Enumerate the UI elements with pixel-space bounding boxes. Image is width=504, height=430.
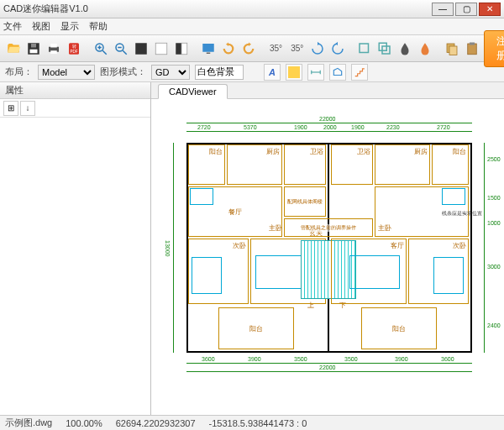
svg-rect-26 bbox=[449, 46, 457, 55]
zoom-in-button[interactable] bbox=[92, 39, 109, 59]
categorize-button[interactable]: ⊞ bbox=[3, 101, 18, 116]
svg-rect-19 bbox=[181, 43, 187, 55]
dim-r4: 3000 bbox=[487, 264, 501, 270]
text-icon: A bbox=[269, 67, 276, 77]
angle-1[interactable]: 35° bbox=[267, 39, 285, 59]
layer-2-button[interactable] bbox=[376, 39, 393, 59]
dim-t5: 1900 bbox=[351, 124, 365, 130]
drop-color-icon bbox=[417, 41, 433, 56]
room-balcony-br: 阳台 bbox=[392, 324, 406, 333]
clipboard-icon bbox=[465, 41, 480, 56]
bg-input[interactable] bbox=[195, 65, 244, 80]
undo-icon bbox=[221, 41, 236, 56]
menu-help[interactable]: 帮助 bbox=[89, 20, 108, 33]
svg-rect-17 bbox=[155, 43, 167, 55]
drop-icon bbox=[397, 41, 412, 56]
floppy-icon bbox=[26, 41, 41, 56]
main-toolbar: 转PDF 35° 35° 注册 bbox=[0, 35, 504, 62]
sort-button[interactable]: ↓ bbox=[20, 101, 35, 116]
redo-button[interactable] bbox=[240, 39, 257, 59]
rotate-cw-icon bbox=[310, 41, 325, 56]
menu-view[interactable]: 视图 bbox=[32, 20, 50, 33]
svg-rect-5 bbox=[50, 50, 57, 54]
export-pdf-button[interactable]: 转PDF bbox=[66, 37, 82, 60]
text-button[interactable]: A bbox=[264, 64, 281, 81]
note2: 管配线具之前的调养操作 bbox=[301, 224, 356, 232]
layers-icon bbox=[377, 41, 392, 56]
maximize-button[interactable]: ▢ bbox=[455, 3, 477, 16]
save-button[interactable] bbox=[25, 37, 42, 60]
floor-plan: 22000 2720 5370 1900 2000 1900 2230 2720… bbox=[168, 123, 494, 405]
status-coord-y: -15318.5.938441473 : 0 bbox=[209, 418, 307, 428]
mode-select[interactable]: GD bbox=[151, 65, 190, 80]
zoom-out-button[interactable] bbox=[113, 39, 129, 59]
monitor-icon bbox=[201, 41, 216, 56]
room-kitchen-r: 厨房 bbox=[414, 147, 428, 156]
layer-1-button[interactable] bbox=[356, 39, 373, 59]
room-master-r: 主卧 bbox=[378, 223, 391, 233]
stair-button[interactable] bbox=[351, 64, 368, 81]
dim-r1: 2500 bbox=[487, 156, 501, 162]
fit-button[interactable] bbox=[200, 39, 217, 59]
svg-rect-22 bbox=[360, 44, 369, 53]
area-button[interactable] bbox=[329, 64, 346, 81]
paste-button[interactable] bbox=[464, 39, 480, 59]
svg-rect-2 bbox=[31, 44, 36, 48]
light-bg-icon bbox=[154, 41, 169, 56]
menu-display[interactable]: 显示 bbox=[60, 20, 79, 33]
bg-light-button[interactable] bbox=[153, 39, 170, 59]
rotate-cw-button[interactable] bbox=[309, 39, 326, 59]
drop-2-button[interactable] bbox=[417, 39, 433, 59]
dim-b4: 3500 bbox=[344, 356, 358, 362]
dim-t2: 5370 bbox=[244, 124, 257, 130]
dim-t7: 2720 bbox=[437, 124, 450, 130]
dim-t6: 2230 bbox=[386, 124, 400, 130]
dim-b2: 3900 bbox=[248, 356, 261, 362]
room-bath-r: 卫浴 bbox=[357, 147, 370, 156]
open-button[interactable] bbox=[5, 37, 22, 60]
minimize-button[interactable]: — bbox=[432, 3, 454, 16]
redo-icon bbox=[241, 41, 256, 56]
status-coord-x: 62694.2202932307 bbox=[116, 418, 196, 428]
svg-text:转: 转 bbox=[72, 43, 76, 48]
menu-file[interactable]: 文件 bbox=[3, 20, 22, 33]
layout-select[interactable]: Model bbox=[38, 65, 95, 80]
room-bed-br: 次卧 bbox=[453, 241, 466, 250]
status-bar: 示例图.dwg 100.00% 62694.2202932307 -15318.… bbox=[0, 415, 504, 430]
dim-t4: 2000 bbox=[323, 124, 337, 130]
rotate-ccw-button[interactable] bbox=[329, 39, 346, 59]
room-balcony-tr: 阳台 bbox=[453, 147, 466, 156]
folder-open-icon bbox=[6, 41, 21, 56]
copy-button[interactable] bbox=[444, 39, 460, 59]
properties-tools: ⊞ ↓ bbox=[0, 99, 150, 118]
options-bar: 布局： Model 图形模式： GD A bbox=[0, 62, 504, 82]
drawing-canvas[interactable]: 22000 2720 5370 1900 2000 1900 2230 2720… bbox=[151, 99, 504, 415]
label-up: 上 bbox=[307, 301, 314, 310]
drop-1-button[interactable] bbox=[396, 39, 413, 59]
properties-panel: 属性 ⊞ ↓ bbox=[0, 82, 151, 415]
dark-bg-icon bbox=[134, 41, 149, 56]
room-balcony-bl: 阳台 bbox=[249, 324, 263, 333]
rotate-ccw-icon bbox=[330, 41, 345, 56]
dim-r2: 1500 bbox=[487, 195, 501, 201]
undo-button[interactable] bbox=[220, 39, 237, 59]
dim-r3: 1000 bbox=[487, 220, 501, 226]
svg-rect-20 bbox=[202, 44, 214, 52]
angle-2[interactable]: 35° bbox=[288, 39, 306, 59]
highlight-button[interactable] bbox=[286, 64, 302, 81]
svg-rect-21 bbox=[207, 52, 211, 54]
room-master-l: 主卧 bbox=[269, 223, 282, 233]
close-button[interactable]: ✕ bbox=[479, 3, 501, 16]
register-button[interactable]: 注册 bbox=[484, 30, 504, 67]
svg-rect-28 bbox=[470, 42, 475, 45]
svg-rect-27 bbox=[468, 44, 477, 55]
room-dining-l: 餐厅 bbox=[228, 207, 242, 217]
dimension-button[interactable] bbox=[307, 64, 324, 81]
svg-rect-4 bbox=[50, 44, 57, 48]
print-button[interactable] bbox=[45, 37, 62, 60]
bg-split-button[interactable] bbox=[173, 39, 190, 59]
dimension-icon bbox=[310, 66, 322, 78]
tab-cadviewer[interactable]: CADViewer bbox=[158, 84, 228, 99]
bg-dark-button[interactable] bbox=[133, 39, 150, 59]
area-icon bbox=[332, 66, 344, 78]
